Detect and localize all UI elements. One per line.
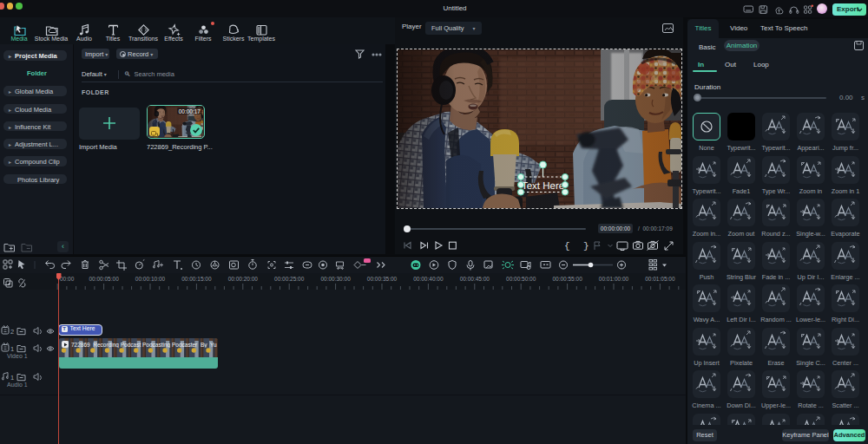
svg-text:}: } [583, 241, 589, 251]
svg-text:{: { [564, 241, 570, 251]
svg-text:1: 1 [10, 374, 14, 382]
svg-text:2: 2 [10, 328, 14, 336]
svg-text:Text Here: Text Here [522, 181, 564, 192]
svg-text:1: 1 [10, 345, 14, 353]
